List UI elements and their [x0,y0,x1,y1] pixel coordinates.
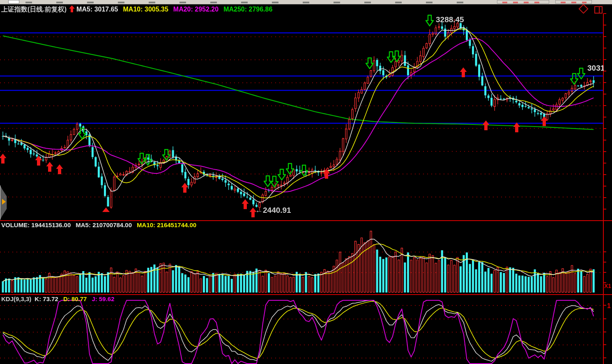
menu-items-sliver [25,2,473,3]
main-pane-header: 上证指数(日线.前复权)MA5: 3017.65MA10: 3005.35MA2… [1,5,272,14]
ma5-label: MA5: [76,6,92,13]
toolbar-button-1[interactable] [497,0,549,4]
ma5-value: 3017.65 [94,6,118,13]
d-label: D: [63,295,70,302]
trading-app-window: { "header": { "title": "上证指数(日线.前复权)", "… [0,0,612,364]
vol-ma5-label: MA5: [76,221,91,228]
toolbar-button-2[interactable] [555,0,592,4]
volume-right-label: X1 [604,283,611,289]
volume-value: 194415136.00 [31,221,71,228]
volume-pane-header: VOLUME: 194415136.00MA5: 210700784.00MA1… [1,221,196,228]
kdj-pane-header: KDJ(9,3,3)K: 73.72D: 80.77J: 59.62 [1,295,115,302]
menu-input-sliver[interactable] [8,0,19,4]
menu-bar [0,0,612,5]
chart-canvas[interactable] [0,0,612,364]
chart-title: 上证指数(日线.前复权) [1,6,67,13]
j-value: 59.62 [99,295,115,302]
k-label: K: [35,295,41,302]
ma10-label: MA10: [123,6,143,13]
ma250-label: MA250: [223,6,247,13]
kdj-right-label: 1 [607,302,611,310]
ma20-label: MA20: [173,6,193,13]
last-price-annotation: 3031 [587,64,604,73]
d-value: 80.77 [71,295,87,302]
low-price-annotation: ←2440.91 [255,206,291,215]
red-up-arrow-icon [69,5,75,14]
high-price-annotation: 3288.45 [436,15,464,24]
split-window-icon[interactable] [594,6,603,14]
j-label: J: [92,295,97,302]
ma20-value: 2952.20 [195,6,219,13]
k-value: 73.72 [43,295,58,302]
volume-label: VOLUME: [1,221,30,228]
ma250-value: 2796.86 [249,6,273,13]
kdj-indicator-label: KDJ(9,3,3) [1,295,31,302]
vol-ma10-label: MA10: [137,221,155,228]
vol-ma10-value: 216451744.00 [157,221,196,228]
vol-ma5-value: 210700784.00 [92,221,132,228]
ma10-value: 3005.35 [145,6,168,13]
expand-arrow-icon [2,199,6,205]
